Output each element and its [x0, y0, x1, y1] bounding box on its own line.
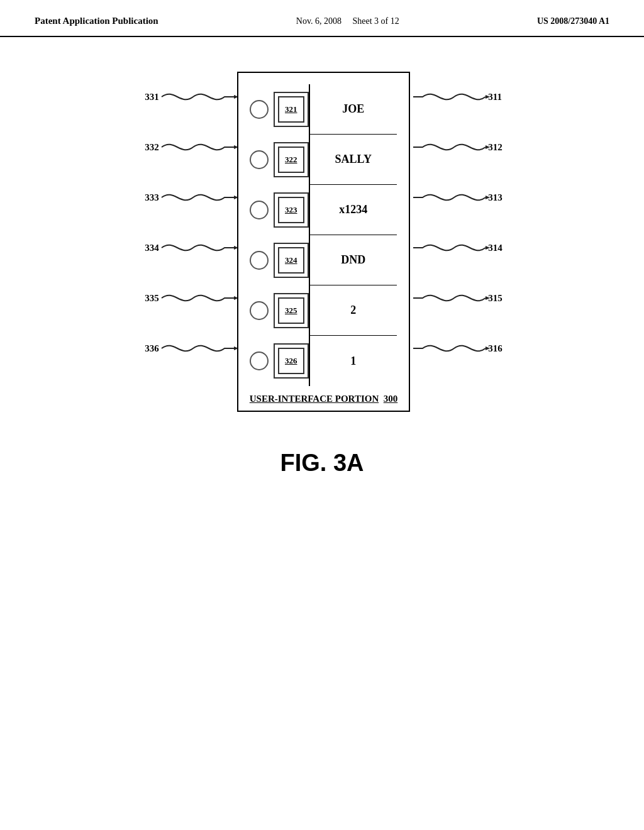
box-label-text: USER-INTERFACE PORTION: [250, 394, 379, 404]
header-date: Nov. 6, 2008: [296, 16, 341, 26]
page: Patent Application Publication Nov. 6, 2…: [0, 0, 644, 830]
icon-label: 324: [285, 255, 297, 265]
circle-indicator: [250, 251, 269, 270]
icon-label: 322: [285, 155, 297, 165]
wavy-left-line: [162, 336, 237, 361]
wavy-left-line: [162, 135, 237, 160]
left-ref-row: 332: [118, 122, 237, 172]
right-ref-row: 315: [410, 273, 526, 323]
header-date-sheet: Nov. 6, 2008 Sheet 3 of 12: [296, 16, 399, 26]
name-cell: SALLY: [310, 135, 397, 185]
wavy-left-line: [162, 285, 237, 311]
right-ref-number: 316: [488, 343, 502, 354]
icon-box-inner: 326: [278, 348, 304, 374]
circle-icon-row: 325: [250, 285, 309, 336]
right-ref-row: 312: [410, 122, 526, 172]
icon-box-inner: 324: [278, 247, 304, 274]
icon-box-inner: 321: [278, 96, 304, 123]
wavy-right-line: [410, 285, 486, 311]
circle-indicator: [250, 100, 269, 119]
name-cell: x1234: [310, 185, 397, 235]
box-inner: 321322323324325326 JOESALLYx1234DND21: [250, 84, 397, 386]
circle-icon-row: 323: [250, 185, 309, 235]
circle-icon-row: 324: [250, 235, 309, 285]
wavy-left-line: [162, 84, 237, 109]
right-ref-row: 311: [410, 72, 526, 122]
right-references: 311312313314315316: [410, 72, 526, 374]
icon-box-outer: 321: [274, 92, 309, 127]
left-ref-row: 333: [118, 172, 237, 223]
header-publication: Patent Application Publication: [35, 16, 158, 26]
diagram-layout: 331332333334335336 321322323324325326 JO…: [118, 72, 526, 412]
circle-icon-row: 322: [250, 135, 309, 185]
circle-icon-row: 326: [250, 336, 309, 386]
left-ref-row: 334: [118, 223, 237, 273]
name-cell: 2: [310, 285, 397, 336]
icon-box-inner: 323: [278, 197, 304, 223]
wavy-left-line: [162, 185, 237, 210]
icon-box-outer: 324: [274, 243, 309, 278]
icon-label: 321: [285, 104, 297, 114]
left-ref-row: 336: [118, 323, 237, 374]
figure-label: FIG. 3A: [280, 450, 364, 477]
left-references: 331332333334335336: [118, 72, 237, 374]
name-cell: 1: [310, 336, 397, 386]
name-cell: JOE: [310, 84, 397, 135]
ui-box: 321322323324325326 JOESALLYx1234DND21 US…: [237, 72, 410, 412]
wavy-right-line: [410, 235, 486, 260]
circle-icon-row: 321: [250, 84, 309, 135]
header-sheet: Sheet 3 of 12: [353, 16, 399, 26]
box-label: USER-INTERFACE PORTION 300: [250, 386, 397, 407]
icon-box-outer: 323: [274, 192, 309, 228]
wavy-right-line: [410, 135, 486, 160]
right-ref-number: 311: [488, 92, 502, 102]
main-content: 331332333334335336 321322323324325326 JO…: [0, 37, 644, 477]
circle-indicator: [250, 351, 269, 370]
left-ref-number: 332: [137, 142, 159, 153]
icon-label: 325: [285, 306, 297, 316]
circles-icons-col: 321322323324325326: [250, 84, 309, 386]
right-ref-row: 316: [410, 323, 526, 374]
left-ref-row: 331: [118, 72, 237, 122]
left-ref-row: 335: [118, 273, 237, 323]
right-ref-row: 313: [410, 172, 526, 223]
right-ref-row: 314: [410, 223, 526, 273]
name-cell: DND: [310, 235, 397, 285]
box-ref: 300: [384, 394, 398, 404]
icon-box-inner: 325: [278, 297, 304, 324]
circle-indicator: [250, 301, 269, 320]
name-column: JOESALLYx1234DND21: [309, 84, 397, 386]
header-patent-number: US 2008/273040 A1: [537, 16, 609, 26]
icon-box-outer: 326: [274, 343, 309, 379]
wavy-right-line: [410, 336, 486, 361]
wavy-right-line: [410, 84, 486, 109]
left-ref-number: 334: [137, 243, 159, 253]
right-ref-number: 315: [488, 293, 502, 304]
right-ref-number: 313: [488, 192, 502, 203]
icon-label: 326: [285, 356, 297, 366]
icon-box-inner: 322: [278, 147, 304, 173]
icon-label: 323: [285, 205, 297, 215]
wavy-right-line: [410, 185, 486, 210]
left-ref-number: 331: [137, 92, 159, 102]
right-ref-number: 314: [488, 243, 502, 253]
icon-box-outer: 322: [274, 142, 309, 177]
icon-box-outer: 325: [274, 293, 309, 328]
left-ref-number: 336: [137, 343, 159, 354]
page-header: Patent Application Publication Nov. 6, 2…: [0, 0, 644, 37]
left-ref-number: 335: [137, 293, 159, 304]
right-ref-number: 312: [488, 142, 502, 153]
wavy-left-line: [162, 235, 237, 260]
left-ref-number: 333: [137, 192, 159, 203]
circle-indicator: [250, 201, 269, 219]
circle-indicator: [250, 150, 269, 169]
